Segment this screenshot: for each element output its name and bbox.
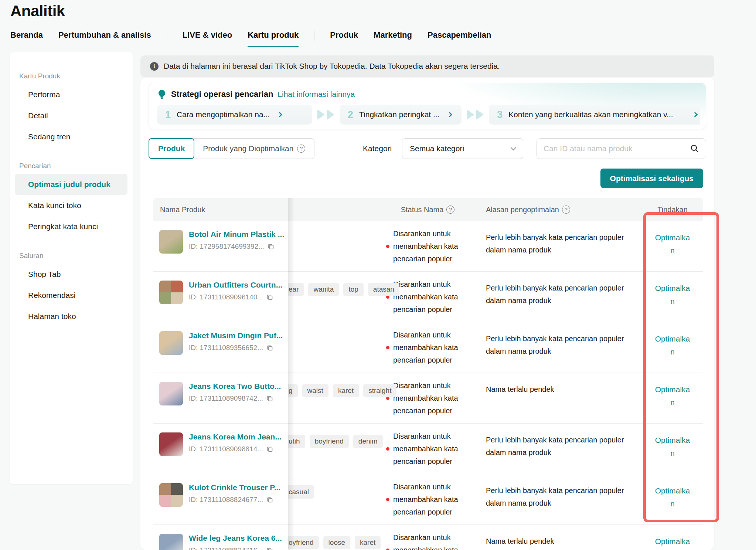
- reason-cell: Perlu lebih banyak kata pencarian popule…: [486, 282, 637, 307]
- tag-pill: denim: [353, 435, 383, 448]
- sidebar-item-detail[interactable]: Detail: [10, 105, 133, 126]
- chevron-right-icon: [692, 112, 698, 117]
- product-id: ID: 173111089098814...: [189, 445, 282, 453]
- optimize-link[interactable]: Optimalkan: [654, 434, 691, 459]
- status-text: Disarankan untuk menambahkan kata pencar…: [393, 227, 462, 265]
- tag-pill: wanita: [308, 283, 339, 296]
- nav-item-produk[interactable]: Produk: [330, 30, 358, 46]
- strategy-title: Strategi operasi pencarian: [171, 89, 273, 99]
- status-cell: Disarankan untuk menambahkan kata pencar…: [386, 474, 469, 524]
- product-thumbnail: [159, 534, 183, 550]
- category-select[interactable]: Semua kategori: [402, 138, 523, 159]
- optimize-link[interactable]: Optimalkan: [654, 231, 691, 257]
- product-tags: earwanitatopatasan: [283, 283, 399, 296]
- filter-row: Produk Produk yang Dioptimalkan ? Katego…: [149, 138, 706, 159]
- table-row: Jaket Musim Dingin Puf...ID: 17311108935…: [153, 322, 703, 373]
- copy-icon[interactable]: [266, 445, 273, 453]
- help-icon[interactable]: ?: [446, 206, 454, 214]
- sidebar: Kartu ProdukPerformaDetailSedang trenPen…: [10, 52, 133, 484]
- product-name-link[interactable]: Wide leg Jeans Korea 6...: [189, 534, 282, 543]
- step-number: 3: [497, 109, 503, 120]
- action-cell: Optimalkan: [645, 535, 700, 550]
- info-icon: i: [150, 62, 159, 71]
- status-cell: Disarankan untuk menambahkan kata pencar…: [386, 221, 469, 271]
- sidebar-item-shop-tab[interactable]: Shop Tab: [10, 264, 133, 285]
- step-arrows: [467, 109, 484, 120]
- optimize-link[interactable]: Optimalkan: [654, 282, 691, 308]
- action-cell: Optimalkan: [645, 434, 700, 459]
- sidebar-item-rekomendasi[interactable]: Rekomendasi: [10, 285, 133, 306]
- nav-item-pertumbuhan-analisis[interactable]: Pertumbuhan & analisis: [58, 30, 151, 46]
- nav-item-marketing[interactable]: Marketing: [374, 30, 412, 46]
- step-number: 1: [165, 109, 171, 120]
- tag-pill: waist: [302, 384, 328, 397]
- strategy-step-3[interactable]: 3 Konten yang berkualitas akan meningkat…: [489, 105, 700, 125]
- nav-item-pascapembelian[interactable]: Pascapembelian: [428, 30, 491, 46]
- sidebar-item-kata-kunci-toko[interactable]: Kata kunci toko: [10, 195, 133, 216]
- main-panel: Strategi operasi pencarian Lihat informa…: [140, 78, 714, 550]
- banner-text: Data di halaman ini berasal dari TikTok …: [164, 62, 500, 71]
- nav-item-live-video[interactable]: LIVE & video: [183, 30, 232, 46]
- bulk-optimize-button[interactable]: Optimalisasi sekaligus: [600, 169, 703, 188]
- col-header-status-nama: Status Nama ?: [386, 198, 469, 221]
- product-name-link[interactable]: Jeans Korea Mom Jean...: [189, 432, 282, 441]
- sidebar-item-peringkat-kata-kunci[interactable]: Peringkat kata kunci: [10, 216, 133, 237]
- step-label: Cara mengoptimalkan na...: [177, 110, 270, 119]
- strategy-step-2[interactable]: 2 Tingkatkan peringkat ...: [340, 105, 462, 125]
- copy-icon[interactable]: [267, 243, 275, 250]
- optimize-link[interactable]: Optimalkan: [654, 383, 691, 409]
- search-icon[interactable]: [690, 144, 699, 153]
- sidebar-item-optimasi-judul-produk[interactable]: Optimasi judul produk: [15, 174, 127, 195]
- product-name-link[interactable]: Botol Air Minum Plastik ...: [189, 230, 284, 239]
- product-name-link[interactable]: Jeans Korea Two Butto...: [189, 382, 281, 391]
- table-row: casualKulot Crinkle Trouser P...ID: 1731…: [153, 474, 703, 525]
- category-value: Semua kategori: [410, 144, 464, 153]
- status-text: Disarankan untuk menambahkan kata pencar…: [393, 278, 462, 316]
- status-cell: Disarankan untuk menambahkan kata pencar…: [386, 424, 469, 474]
- strategy-card: Strategi operasi pencarian Lihat informa…: [149, 83, 706, 129]
- copy-icon[interactable]: [266, 293, 273, 301]
- status-text: Disarankan untuk menambahkan kata pencar…: [393, 430, 462, 468]
- status-cell: Disarankan untuk menambahkan kata pencar…: [386, 373, 469, 423]
- product-info: Wide leg Jeans Korea 6...ID: 17311108882…: [189, 534, 282, 550]
- step-arrows: [317, 109, 334, 120]
- copy-icon[interactable]: [266, 547, 273, 550]
- sidebar-item-performa[interactable]: Performa: [10, 84, 133, 105]
- product-info: Urban Outfitters Courtn...ID: 1731110890…: [189, 281, 282, 322]
- optimize-link[interactable]: Optimalkan: [654, 484, 691, 510]
- nav-item-kartu-produk[interactable]: Kartu produk: [248, 30, 299, 47]
- optimize-link[interactable]: Optimalkan: [654, 535, 691, 550]
- product-name-link[interactable]: Kulot Crinkle Trouser P...: [189, 483, 280, 492]
- help-icon[interactable]: ?: [562, 206, 570, 214]
- status-dot-icon: [386, 447, 389, 451]
- optimize-link[interactable]: Optimalkan: [654, 332, 691, 358]
- action-cell: Optimalkan: [645, 332, 700, 358]
- copy-icon[interactable]: [266, 395, 273, 402]
- product-name-link[interactable]: Urban Outfitters Courtn...: [189, 281, 282, 289]
- tab-label: Produk: [158, 144, 185, 153]
- copy-icon[interactable]: [266, 344, 273, 352]
- sidebar-item-sedang-tren[interactable]: Sedang tren: [10, 126, 133, 147]
- search-input[interactable]: [544, 144, 687, 153]
- reason-cell: Perlu lebih banyak kata pencarian popule…: [486, 484, 637, 509]
- sidebar-item-halaman-toko[interactable]: Halaman toko: [10, 306, 133, 327]
- product-tags: oyfriendloosekaret: [283, 536, 381, 549]
- strategy-more-link[interactable]: Lihat informasi lainnya: [277, 90, 355, 99]
- status-dot-icon: [386, 346, 389, 349]
- tab-produk-dioptimalkan[interactable]: Produk yang Dioptimalkan ?: [194, 139, 314, 159]
- strategy-step-1[interactable]: 1 Cara mengoptimalkan na...: [157, 105, 312, 125]
- product-info: Botol Air Minum Plastik ...ID: 172958174…: [189, 230, 284, 271]
- product-thumbnail: [159, 281, 183, 304]
- tab-produk[interactable]: Produk: [149, 138, 194, 159]
- action-cell: Optimalkan: [645, 231, 700, 257]
- product-thumbnail: [159, 432, 183, 456]
- status-text: Disarankan untuk menambahkan kata pencar…: [393, 329, 462, 366]
- product-name-link[interactable]: Jaket Musim Dingin Puf...: [189, 331, 283, 340]
- copy-icon[interactable]: [266, 496, 273, 503]
- product-thumbnail: [159, 382, 183, 405]
- nav-item-beranda[interactable]: Beranda: [10, 30, 43, 46]
- status-cell: Disarankan untuk menambahkan kata pencar…: [386, 272, 469, 322]
- product-name-cell: Jaket Musim Dingin Puf...ID: 17311108935…: [153, 322, 288, 373]
- help-icon[interactable]: ?: [297, 145, 305, 153]
- product-name-cell: Jeans Korea Two Butto...ID: 173111089098…: [153, 373, 288, 423]
